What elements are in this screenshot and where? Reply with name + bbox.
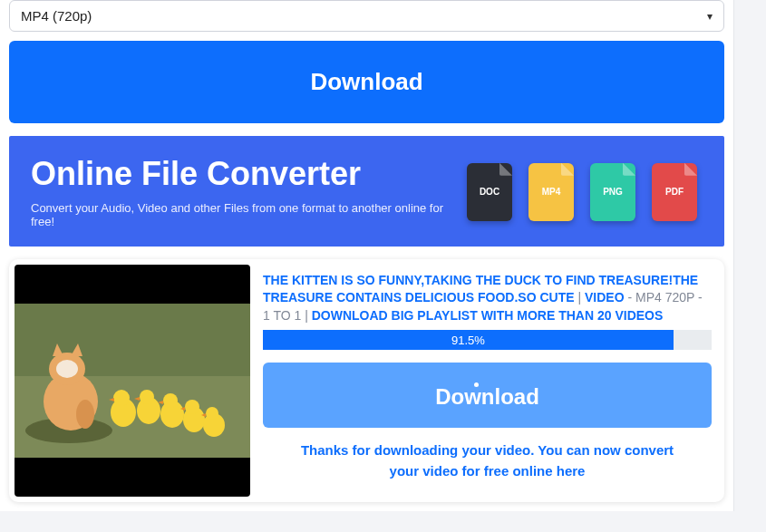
thanks-message-link[interactable]: Thanks for downloading your video. You c… — [263, 440, 712, 490]
svg-point-14 — [185, 400, 199, 414]
main-panel: MP4 (720p) ▾ Download Online File Conver… — [0, 0, 734, 511]
card-body: THE KITTEN IS SO FUNNY,TAKING THE DUCK T… — [263, 265, 719, 497]
progress-bar: 91.5% — [263, 330, 712, 350]
banner-title: Online File Converter — [31, 156, 467, 192]
playlist-link[interactable]: DOWNLOAD BIG PLAYLIST WITH MORE THAN 20 … — [312, 308, 664, 323]
banner-subtitle: Convert your Audio, Video and other File… — [31, 201, 467, 228]
video-type-link[interactable]: VIDEO — [585, 290, 625, 305]
video-thumbnail — [15, 265, 250, 497]
doc-file-icon: DOC — [467, 163, 512, 221]
card-download-label: Download — [435, 384, 539, 409]
svg-point-6 — [76, 400, 94, 429]
format-select[interactable]: MP4 (720p) ▾ — [9, 0, 724, 32]
png-file-icon: PNG — [590, 163, 635, 221]
card-download-button[interactable]: Download — [263, 363, 712, 428]
mp4-file-icon: MP4 — [528, 163, 574, 221]
svg-point-5 — [56, 360, 78, 378]
svg-point-8 — [113, 390, 130, 406]
chevron-down-icon: ▾ — [707, 10, 713, 23]
pdf-file-icon: PDF — [652, 163, 697, 221]
download-button[interactable]: Download — [9, 41, 724, 123]
svg-point-12 — [163, 393, 178, 408]
banner-icons: DOC MP4 PNG PDF — [467, 163, 703, 221]
download-card: THE KITTEN IS SO FUNNY,TAKING THE DUCK T… — [9, 259, 724, 502]
svg-point-16 — [206, 407, 218, 420]
progress-remainder — [674, 330, 712, 350]
format-value: MP4 (720p) — [21, 8, 92, 24]
video-title-line: THE KITTEN IS SO FUNNY,TAKING THE DUCK T… — [263, 272, 712, 325]
banner-text: Online File Converter Convert your Audio… — [31, 156, 467, 228]
progress-fill: 91.5% — [263, 330, 674, 350]
converter-banner[interactable]: Online File Converter Convert your Audio… — [9, 136, 724, 247]
svg-point-10 — [140, 390, 154, 404]
